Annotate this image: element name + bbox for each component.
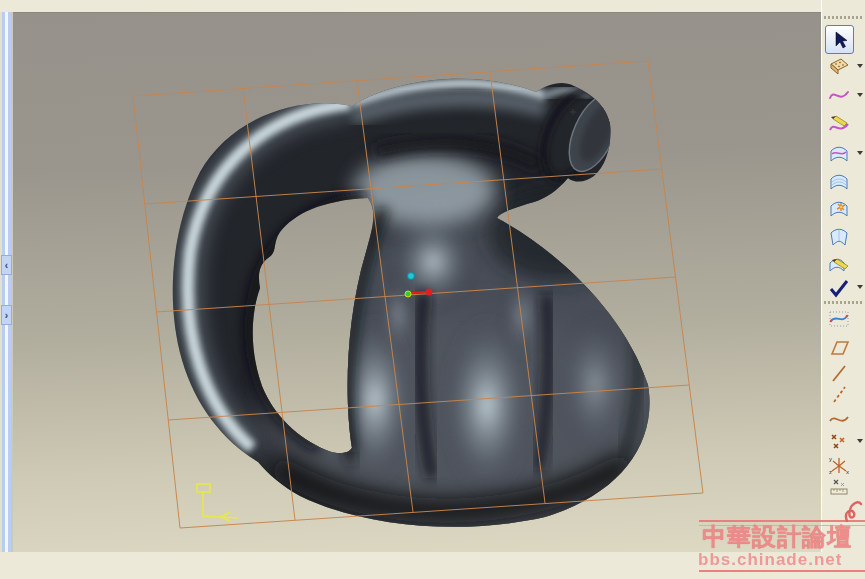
points-icon[interactable] <box>828 432 854 456</box>
measure-icon[interactable] <box>828 477 854 501</box>
model-scene[interactable] <box>13 12 821 553</box>
select-arrow-icon[interactable] <box>825 25 854 54</box>
surface-curve-icon[interactable] <box>828 143 854 167</box>
kettle-model[interactable] <box>173 79 678 545</box>
drag-handle-x[interactable] <box>426 289 433 296</box>
toolbar-separator <box>824 301 862 304</box>
csys-label-z: z <box>829 469 832 475</box>
csys-marker <box>197 484 238 521</box>
trim-quilt-icon[interactable] <box>828 56 854 80</box>
drag-handle-y[interactable] <box>405 291 411 297</box>
application-window: ‹ › <box>0 0 865 579</box>
csys-label-y: y <box>829 456 832 462</box>
curve-icon[interactable] <box>828 85 854 109</box>
csys-icon[interactable]: yxz <box>828 455 854 479</box>
toolbar-gripper[interactable] <box>824 16 862 19</box>
fold-surface-icon[interactable] <box>828 226 854 250</box>
resolve-check-dropdown[interactable] <box>857 285 863 292</box>
dashed-line-icon[interactable] <box>828 384 854 408</box>
csys-label-x: x <box>846 469 849 475</box>
3d-viewport[interactable] <box>13 12 821 553</box>
edit-curve-icon[interactable] <box>828 114 854 138</box>
curve-through-points-icon[interactable] <box>828 308 854 332</box>
surface-curve-dropdown[interactable] <box>857 151 863 158</box>
left-panel-sash[interactable]: ‹ › <box>0 12 13 560</box>
curve-dropdown[interactable] <box>857 93 863 100</box>
drag-handle-z[interactable] <box>408 273 415 280</box>
edit-surface-icon[interactable] <box>828 254 854 278</box>
collapse-panel-button[interactable]: ‹ <box>1 255 12 275</box>
trim-surface-icon[interactable] <box>828 198 854 222</box>
resolve-check-icon[interactable] <box>828 278 854 302</box>
plane-icon[interactable] <box>828 337 854 361</box>
arc-icon[interactable] <box>828 409 854 433</box>
expand-panel-button[interactable]: › <box>1 305 12 325</box>
status-bar: Style <box>0 552 865 579</box>
points-dropdown[interactable] <box>857 439 863 446</box>
trim-quilt-dropdown[interactable] <box>857 64 863 71</box>
surface-icon[interactable] <box>828 171 854 195</box>
